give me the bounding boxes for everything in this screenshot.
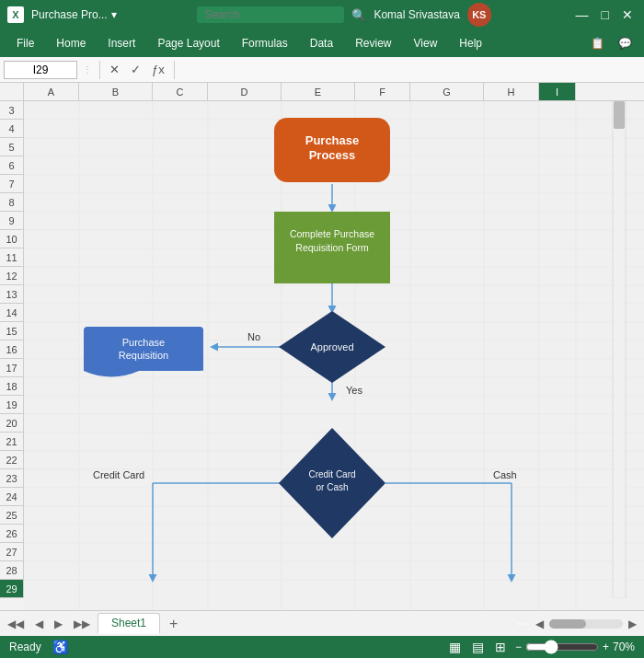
title-bar-right: — □ ✕: [572, 7, 637, 22]
row-header-5[interactable]: 5: [0, 138, 24, 156]
col-header-b[interactable]: B: [79, 83, 153, 100]
menu-insert[interactable]: Insert: [98, 33, 144, 53]
sheet-nav-prev[interactable]: ◀: [31, 618, 47, 630]
cancel-formula-button[interactable]: ✕: [106, 63, 123, 76]
col-header-f[interactable]: F: [355, 83, 410, 100]
col-header-i[interactable]: I: [539, 83, 576, 100]
zoom-percent[interactable]: 70%: [613, 641, 635, 653]
user-name: Komal Srivastava: [374, 8, 459, 21]
row-header-8[interactable]: 8: [0, 193, 24, 212]
page-break-view-button[interactable]: ⊞: [493, 640, 508, 654]
accessibility-icon[interactable]: ♿: [52, 640, 68, 654]
formula-bar-divider: [99, 61, 100, 79]
svg-text:Yes: Yes: [346, 385, 362, 396]
normal-view-button[interactable]: ▦: [447, 640, 463, 654]
row-header-11[interactable]: 11: [0, 248, 24, 267]
user-avatar: KS: [467, 3, 491, 27]
col-header-g[interactable]: G: [410, 83, 484, 100]
sheet-nav-last[interactable]: ▶▶: [70, 618, 94, 630]
row-header-13[interactable]: 13: [0, 285, 24, 304]
svg-text:Requisition: Requisition: [119, 350, 168, 361]
zoom-slider[interactable]: [525, 640, 599, 654]
svg-text:Purchase: Purchase: [305, 133, 360, 147]
title-bar-left: X Purchase Pro... ▾: [7, 6, 117, 23]
sheet-nav-first[interactable]: ◀◀: [4, 618, 28, 630]
row-header-25[interactable]: 25: [0, 506, 24, 525]
sheet-scroll-left[interactable]: ◀: [532, 618, 547, 630]
title-bar: X Purchase Pro... ▾ 🔍 Komal Srivastava K…: [0, 0, 644, 29]
menu-view[interactable]: View: [405, 33, 447, 53]
page-layout-view-button[interactable]: ▤: [470, 640, 486, 654]
col-header-a[interactable]: A: [24, 83, 79, 100]
select-all-corner[interactable]: [0, 83, 24, 100]
row-header-12[interactable]: 12: [0, 267, 24, 285]
close-button[interactable]: ✕: [618, 7, 637, 22]
row-header-21[interactable]: 21: [0, 433, 24, 451]
row-header-24[interactable]: 24: [0, 488, 24, 506]
row-header-19[interactable]: 19: [0, 396, 24, 414]
svg-text:or Cash: or Cash: [316, 482, 348, 492]
sheet-scroll-right[interactable]: ▶: [625, 618, 640, 630]
row-header-10[interactable]: 10: [0, 230, 24, 248]
row-header-3[interactable]: 3: [0, 101, 24, 120]
row-header-29[interactable]: 29: [0, 580, 24, 598]
col-header-h[interactable]: H: [484, 83, 539, 100]
menu-file[interactable]: File: [7, 33, 43, 53]
col-header-c[interactable]: C: [153, 83, 208, 100]
row-header-16[interactable]: 16: [0, 341, 24, 359]
row-header-26[interactable]: 26: [0, 525, 24, 543]
svg-text:No: No: [247, 331, 260, 342]
row-header-17[interactable]: 17: [0, 359, 24, 377]
status-bar-right: ▦ ▤ ⊞ − + 70%: [447, 640, 635, 654]
sheet-options-icon[interactable]: ⋯: [517, 617, 530, 631]
menu-page-layout[interactable]: Page Layout: [148, 33, 228, 53]
menu-home[interactable]: Home: [47, 33, 95, 53]
search-input[interactable]: [197, 6, 344, 23]
maximize-button[interactable]: □: [598, 7, 613, 22]
formula-input[interactable]: [180, 63, 640, 76]
zoom-controls: − + 70%: [515, 640, 635, 654]
row-header-15[interactable]: 15: [0, 322, 24, 341]
minimize-button[interactable]: —: [572, 7, 592, 22]
sheet-bar: ◀◀ ◀ ▶ ▶▶ Sheet1 + ⋯ ◀ ▶: [0, 610, 644, 636]
col-header-d[interactable]: D: [208, 83, 282, 100]
row-header-4[interactable]: 4: [0, 120, 24, 138]
row-header-7[interactable]: 7: [0, 175, 24, 193]
comment-icon[interactable]: 💬: [613, 31, 637, 55]
row-header-6[interactable]: 6: [0, 156, 24, 175]
menu-formulas[interactable]: Formulas: [233, 33, 297, 53]
row-header-27[interactable]: 27: [0, 543, 24, 561]
menu-help[interactable]: Help: [450, 33, 491, 53]
svg-text:Credit Card: Credit Card: [308, 469, 355, 479]
ready-status: Ready: [9, 641, 41, 653]
row-header-28[interactable]: 28: [0, 561, 24, 580]
row-header-22[interactable]: 22: [0, 451, 24, 469]
function-button[interactable]: ƒx: [148, 63, 168, 76]
name-box[interactable]: [4, 61, 77, 79]
zoom-plus-button[interactable]: +: [603, 641, 609, 653]
row-header-20[interactable]: 20: [0, 414, 24, 433]
svg-text:Cash: Cash: [493, 469, 517, 480]
row-header-14[interactable]: 14: [0, 304, 24, 322]
svg-text:Credit Card: Credit Card: [93, 469, 144, 480]
share-icon[interactable]: 📋: [585, 31, 609, 55]
ribbon-icons: 📋 💬: [585, 31, 637, 55]
zoom-minus-button[interactable]: −: [515, 641, 522, 653]
row-header-23[interactable]: 23: [0, 469, 24, 488]
sheet-nav-next[interactable]: ▶: [51, 618, 66, 630]
menu-review[interactable]: Review: [346, 33, 400, 53]
col-header-e[interactable]: E: [282, 83, 355, 100]
column-headers: A B C D E F G H I: [0, 83, 644, 101]
grid-content: Purchase Process Complete Purchase Requi…: [24, 101, 644, 610]
row-header-9[interactable]: 9: [0, 212, 24, 230]
row-header-18[interactable]: 18: [0, 377, 24, 396]
add-sheet-button[interactable]: +: [164, 616, 183, 632]
grid-area: 3 4 5 6 7 8 9 10 11 12 13 14 15 16 17 18…: [0, 101, 644, 610]
sheet-tab-sheet1[interactable]: Sheet1: [98, 613, 160, 634]
svg-text:Process: Process: [309, 148, 356, 162]
confirm-formula-button[interactable]: ✓: [127, 63, 144, 76]
menu-data[interactable]: Data: [301, 33, 342, 53]
formula-bar-divider2: [174, 61, 175, 79]
horizontal-scrollbar-thumb[interactable]: [549, 619, 586, 629]
search-icon: 🔍: [351, 8, 366, 22]
